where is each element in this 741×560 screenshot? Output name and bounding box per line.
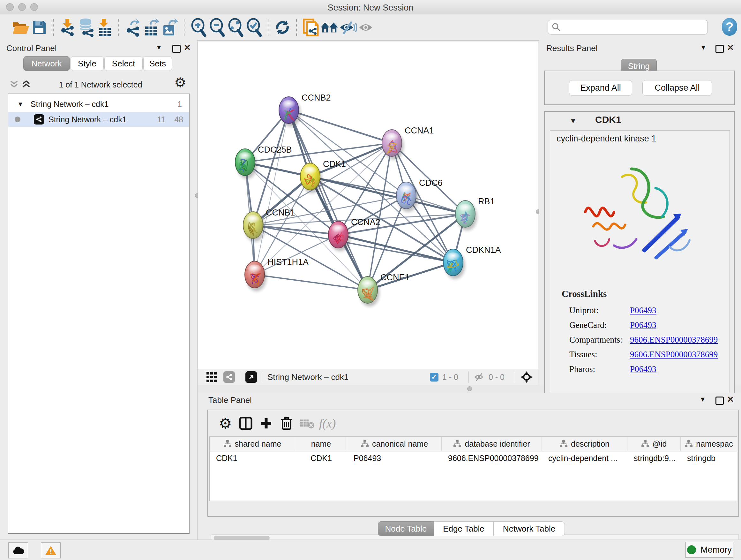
open-session-button[interactable] (11, 18, 30, 37)
column-header-description[interactable]: description (542, 437, 627, 451)
results-panel-float-button[interactable] (716, 45, 724, 54)
network-list: ▼ String Network – cdk1 1 String Network… (8, 94, 190, 534)
network-node-CDKN1A[interactable]: CDKN1A (443, 245, 501, 279)
tab-network[interactable]: Network (23, 56, 70, 71)
table-container: ⚙ (207, 410, 739, 516)
tab-node-table[interactable]: Node Table (378, 521, 434, 536)
control-panel-menu-arrow[interactable]: ▾ (157, 43, 161, 52)
zoom-in-button[interactable] (189, 18, 208, 37)
network-from-selection-button[interactable] (301, 18, 320, 37)
crosslink-uniprot-link[interactable]: P06493 (630, 306, 657, 315)
network-node-CCNE1[interactable]: CCNE1 (358, 273, 410, 307)
network-status-dot (15, 117, 20, 122)
zoom-selected-button[interactable] (245, 18, 263, 37)
network-edge-CCNB2-CCNA1[interactable] (289, 110, 392, 143)
network-node-RB1[interactable]: RB1 (455, 197, 495, 231)
tab-style[interactable]: Style (71, 56, 104, 71)
splitter-handle-dot[interactable] (467, 386, 472, 391)
toolbar-separator (268, 19, 269, 36)
results-panel-close-button[interactable]: ✕ (727, 43, 734, 53)
network-share-icon[interactable] (223, 371, 235, 383)
apply-layout-button[interactable] (273, 18, 292, 37)
collapse-all-networks-button[interactable] (10, 79, 18, 89)
network-node-CDC25B[interactable]: CDC25B (235, 145, 292, 179)
column-header-canonical-name[interactable]: canonical name (347, 437, 442, 451)
network-row-selected[interactable]: String Network – cdk1 11 48 (8, 112, 189, 127)
crosslink-genecard-link[interactable]: P06493 (630, 320, 657, 330)
collapse-all-button[interactable]: Collapse All (643, 80, 712, 96)
network-graph[interactable]: CCNB2CCNA1CDC25BCDK1CDC6RB1CCNB1CCNA2CDK… (198, 42, 538, 369)
table-panel-menu-arrow[interactable]: ▾ (701, 395, 704, 403)
show-columns-button[interactable] (235, 413, 256, 434)
column-header-id[interactable]: @id (627, 437, 681, 451)
cloud-status-button[interactable] (8, 543, 28, 558)
search-input[interactable] (563, 22, 704, 32)
import-network-from-database-button[interactable] (77, 18, 95, 37)
warning-status-button[interactable] (41, 543, 61, 558)
save-session-button[interactable] (30, 18, 49, 37)
crosslink-compartments-link[interactable]: 9606.ENSP00000378699 (630, 335, 718, 345)
network-edge-CCNA2-HIST1H1A[interactable] (255, 235, 338, 274)
zoom-fit-button[interactable] (226, 18, 245, 37)
section-collapse-arrow[interactable]: ▼ (569, 117, 577, 125)
delete-table-button[interactable] (297, 413, 317, 434)
zoom-out-button[interactable] (208, 18, 226, 37)
tab-sets[interactable]: Sets (143, 56, 172, 71)
column-header-name[interactable]: name (295, 437, 347, 451)
eye-slash-icon (339, 20, 357, 35)
create-column-button[interactable] (256, 413, 276, 434)
expand-all-button[interactable]: Expand All (569, 80, 632, 96)
control-panel-float-button[interactable] (172, 45, 181, 54)
crosshair-icon[interactable] (520, 371, 533, 383)
hide-selected-button[interactable] (339, 18, 357, 37)
network-node-CCNB1[interactable]: CCNB1 (243, 208, 295, 242)
expand-all-networks-button[interactable] (22, 79, 30, 89)
delete-column-button[interactable] (276, 413, 297, 434)
control-panel-close-button[interactable]: ✕ (184, 43, 191, 53)
network-edge-CCNA1-CCNE1[interactable] (367, 143, 392, 290)
birdseye-view-toggle[interactable] (246, 371, 257, 383)
refresh-arrows-icon (274, 19, 291, 36)
export-table-button[interactable] (142, 18, 161, 37)
network-canvas[interactable]: CCNB2CCNA1CDC25BCDK1CDC6RB1CCNB1CCNA2CDK… (198, 42, 538, 369)
panel-splitter-vertical[interactable] (197, 42, 198, 540)
crosslink-pharos-link[interactable]: P06493 (630, 364, 657, 374)
export-image-button[interactable] (161, 18, 179, 37)
show-all-button[interactable] (357, 18, 376, 37)
node-description: cyclin-dependent kinase 1 (556, 134, 656, 144)
table-row[interactable]: CDK1 CDK1 P06493 9606.ENSP00000378699 cy… (210, 451, 737, 465)
table-panel-close-button[interactable]: ✕ (727, 395, 734, 405)
protein-structure-image (576, 150, 703, 274)
control-panel: Control Panel ▾ ✕ Network Style Select S… (0, 40, 197, 540)
column-header-shared-name[interactable]: shared name (210, 437, 295, 451)
tab-network-table[interactable]: Network Table (493, 521, 565, 536)
hidden-counts: 0 - 0 (488, 373, 504, 382)
column-header-database-identifier[interactable]: database identifier (442, 437, 542, 451)
memory-button[interactable]: Memory (685, 542, 733, 558)
column-header-namespace[interactable]: namespac (681, 437, 737, 451)
import-table-button[interactable] (95, 18, 114, 37)
table-options-gear-icon[interactable]: ⚙ (215, 413, 235, 434)
collection-expand-arrow[interactable]: ▼ (17, 101, 23, 108)
column-type-icon (223, 440, 232, 448)
function-builder-button[interactable]: f(x) (317, 413, 338, 434)
crosslink-tissues-link[interactable]: 9606.ENSP00000378699 (630, 350, 718, 360)
export-network-button[interactable] (124, 18, 142, 37)
network-node-CCNA1[interactable]: CCNA1 (382, 126, 434, 160)
first-neighbors-button[interactable] (320, 18, 339, 37)
tab-select[interactable]: Select (105, 56, 143, 71)
export-image-icon (161, 18, 179, 37)
tab-edge-table[interactable]: Edge Table (434, 521, 493, 536)
network-node-HIST1H1A[interactable]: HIST1H1A (245, 257, 309, 291)
network-collection-row[interactable]: ▼ String Network – cdk1 1 (8, 97, 189, 111)
network-node-CCNA2[interactable]: CCNA2 (328, 217, 381, 251)
network-edge-HIST1H1A-CCNE1[interactable] (255, 274, 367, 290)
help-button[interactable]: ? (722, 18, 737, 36)
grid-view-icon[interactable] (206, 372, 217, 382)
network-options-gear-icon[interactable]: ⚙ (174, 76, 186, 89)
import-network-button[interactable] (58, 18, 77, 37)
network-edge-count: 48 (174, 115, 183, 124)
selected-checkbox-icon[interactable]: ✓ (430, 373, 439, 381)
table-panel-float-button[interactable] (716, 396, 724, 406)
results-panel-menu-arrow[interactable]: ▾ (701, 43, 705, 52)
